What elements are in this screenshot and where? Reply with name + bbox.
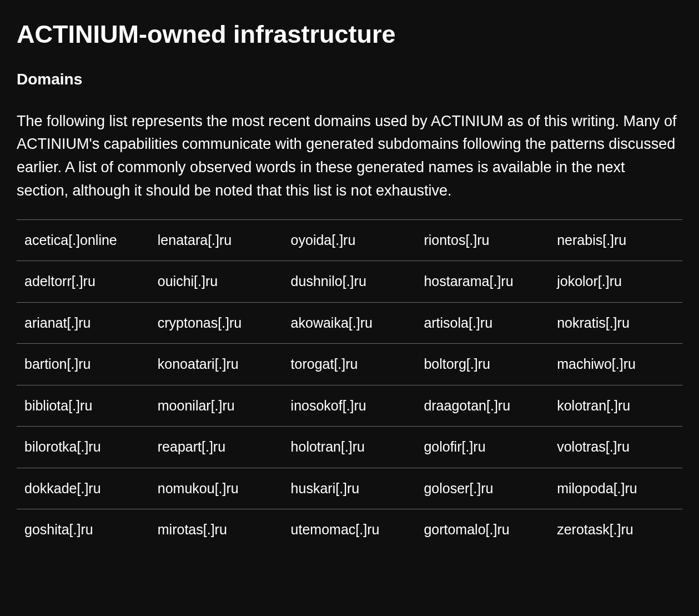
domain-cell: konoatari[.]ru (150, 344, 283, 385)
domain-cell: inosokof[.]ru (283, 385, 416, 427)
page-title: ACTINIUM-owned infrastructure (17, 16, 682, 53)
domain-cell: cryptonas[.]ru (150, 302, 283, 344)
domain-cell: hostarama[.]ru (416, 261, 549, 303)
domain-cell: huskari[.]ru (283, 468, 416, 509)
domain-cell: boltorg[.]ru (416, 344, 549, 385)
domain-cell: adeltorr[.]ru (17, 261, 150, 303)
domain-cell: artisola[.]ru (416, 302, 549, 344)
domain-cell: volotras[.]ru (549, 427, 682, 468)
domain-cell: ouichi[.]ru (150, 261, 283, 303)
document-page: ACTINIUM-owned infrastructure Domains Th… (0, 0, 699, 550)
domain-cell: milopoda[.]ru (549, 468, 682, 509)
domain-cell: dokkade[.]ru (17, 468, 150, 509)
domain-cell: torogat[.]ru (283, 344, 416, 385)
domain-cell: jokolor[.]ru (549, 261, 682, 303)
domain-cell: golofir[.]ru (416, 427, 549, 468)
domain-cell: dushnilo[.]ru (283, 261, 416, 303)
table-row: bartion[.]rukonoatari[.]rutorogat[.]rubo… (17, 344, 682, 385)
domain-cell: lenatara[.]ru (150, 219, 283, 261)
domain-cell: kolotran[.]ru (549, 385, 682, 427)
table-row: dokkade[.]runomukou[.]ruhuskari[.]rugolo… (17, 468, 682, 509)
table-row: arianat[.]rucryptonas[.]ruakowaika[.]rua… (17, 302, 682, 344)
table-row: adeltorr[.]ruouichi[.]rudushnilo[.]ruhos… (17, 261, 682, 303)
domains-table: acetica[.]onlinelenatara[.]ruoyoida[.]ru… (17, 219, 682, 550)
domain-cell: bilorotka[.]ru (17, 427, 150, 468)
domain-cell: goloser[.]ru (416, 468, 549, 509)
domain-cell: arianat[.]ru (17, 302, 150, 344)
domain-cell: mirotas[.]ru (150, 509, 283, 550)
domain-cell: acetica[.]online (17, 219, 150, 261)
domain-cell: machiwo[.]ru (549, 344, 682, 385)
table-row: bibliota[.]rumoonilar[.]ruinosokof[.]rud… (17, 385, 682, 427)
table-row: acetica[.]onlinelenatara[.]ruoyoida[.]ru… (17, 219, 682, 261)
domain-cell: zerotask[.]ru (549, 509, 682, 550)
domain-cell: bibliota[.]ru (17, 385, 150, 427)
domain-cell: akowaika[.]ru (283, 302, 416, 344)
section-subheading: Domains (17, 68, 682, 91)
table-row: bilorotka[.]rureapart[.]ruholotran[.]rug… (17, 427, 682, 468)
domain-cell: gortomalo[.]ru (416, 509, 549, 550)
domain-cell: oyoida[.]ru (283, 219, 416, 261)
intro-paragraph: The following list represents the most r… (17, 110, 680, 203)
domain-cell: nomukou[.]ru (150, 468, 283, 509)
table-row: goshita[.]rumirotas[.]ruutemomac[.]rugor… (17, 509, 682, 550)
domain-cell: reapart[.]ru (150, 427, 283, 468)
domain-cell: holotran[.]ru (283, 427, 416, 468)
domain-cell: moonilar[.]ru (150, 385, 283, 427)
domain-cell: nerabis[.]ru (549, 219, 682, 261)
domain-cell: riontos[.]ru (416, 219, 549, 261)
domain-cell: goshita[.]ru (17, 509, 150, 550)
domain-cell: bartion[.]ru (17, 344, 150, 385)
domain-cell: draagotan[.]ru (416, 385, 549, 427)
domain-cell: utemomac[.]ru (283, 509, 416, 550)
domain-cell: nokratis[.]ru (549, 302, 682, 344)
